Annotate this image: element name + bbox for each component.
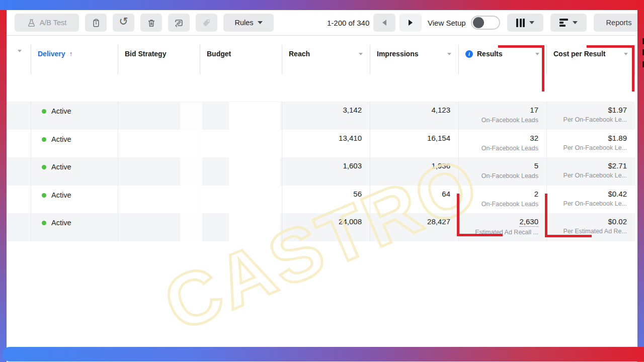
rules-label: Rules [234, 19, 253, 27]
table-row[interactable]: Active13,41016,15432On-Facebook Leads$1.… [7, 130, 635, 158]
undo-icon: ↺ [119, 16, 128, 27]
results-cell: 32On-Facebook Leads [458, 130, 546, 158]
delivery-status: Active [51, 191, 71, 199]
table-row[interactable]: Active24,00828,4272,630Estimated Ad Reca… [7, 213, 635, 241]
frame-left-gradient [0, 9, 7, 362]
chevron-down-icon [529, 21, 534, 24]
delivery-cell: Active [31, 186, 118, 214]
chevron-down-icon[interactable] [535, 53, 539, 55]
next-page-button[interactable] [399, 14, 422, 32]
active-status-dot-icon [42, 165, 46, 169]
frame-bottom-gradient-bar [3, 347, 644, 361]
reach-cell: 56 [282, 186, 370, 214]
reach-cell: 13,410 [282, 130, 370, 158]
active-status-dot-icon [42, 193, 46, 198]
impressions-cell: 64 [370, 186, 458, 214]
impressions-cell: 1,936 [370, 157, 458, 186]
results-cell: 5On-Facebook Leads [458, 157, 546, 186]
cost-cell: $2.71Per On-Facebook Le... [546, 157, 635, 186]
bid-strategy-blur-overlay [180, 102, 202, 241]
ab-test-label: A/B Test [40, 19, 67, 27]
cost-header-bracket-right [632, 45, 634, 92]
clipboard-icon [92, 18, 101, 28]
delivery-status: Active [51, 135, 71, 143]
info-icon[interactable]: i [465, 50, 473, 58]
view-setup-toggle[interactable] [471, 16, 500, 30]
ads-manager-window: A/B Test ↺ [0, 0, 644, 362]
results-cell: 17On-Facebook Leads [458, 102, 546, 130]
column-header-reach[interactable]: Reach [282, 36, 370, 74]
undo-button[interactable]: ↺ [113, 14, 134, 32]
table-row[interactable]: Active56642On-Facebook Leads$0.42Per On-… [7, 186, 635, 214]
delivery-cell: Active [31, 130, 118, 158]
breakdown-button[interactable] [550, 14, 587, 32]
column-header-bid-strategy[interactable]: Bid Strategy [118, 36, 200, 74]
pagination-range: 1-200 of 340 [327, 19, 373, 27]
reach-cell: 1,603 [282, 157, 370, 186]
flask-icon [27, 19, 36, 27]
table-row[interactable]: Active3,1424,12317On-Facebook Leads$1.97… [7, 102, 635, 130]
cost-header-bracket-top [587, 45, 634, 48]
select-all-header[interactable] [7, 36, 31, 74]
chevron-down-icon[interactable] [447, 53, 451, 55]
columns-button[interactable] [507, 14, 543, 32]
reach-cell: 24,008 [282, 213, 370, 241]
view-setup-label: View Setup [428, 19, 467, 27]
toolbar: A/B Test ↺ [7, 10, 644, 35]
ab-test-button[interactable]: A/B Test [15, 14, 79, 32]
chevron-down-icon [18, 50, 22, 52]
cost-cell: $1.97Per On-Facebook Le... [546, 102, 635, 130]
column-header-budget[interactable]: Budget [200, 36, 282, 74]
results-header-bracket-top [498, 45, 544, 48]
row-checkbox-cell[interactable] [7, 157, 31, 186]
active-status-dot-icon [42, 221, 46, 225]
reports-button[interactable]: Reports [594, 14, 644, 32]
active-status-dot-icon [42, 109, 46, 114]
previous-page-button[interactable] [373, 14, 395, 32]
active-status-dot-icon [42, 137, 46, 142]
row-checkbox-cell[interactable] [7, 130, 31, 158]
delivery-cell: Active [31, 213, 118, 241]
tag-icon [202, 18, 211, 28]
frame-top-gradient [0, 0, 644, 10]
budget-blur-overlay [229, 102, 280, 241]
table-row[interactable]: Active1,6031,9365On-Facebook Leads$2.71P… [7, 157, 635, 186]
impressions-cell: 16,154 [370, 130, 458, 158]
sort-ascending-icon: ↑ [69, 50, 72, 58]
duplicate-button[interactable] [85, 14, 107, 32]
delivery-cell: Active [31, 157, 118, 186]
chevron-down-icon[interactable] [624, 53, 628, 55]
column-header-results[interactable]: i Results [458, 36, 546, 74]
chevron-down-icon[interactable] [359, 53, 363, 55]
trash-icon [147, 18, 156, 28]
column-header-cost-per-result[interactable]: Cost per Result [546, 36, 635, 74]
results-header-bracket-right [542, 45, 544, 92]
rules-button[interactable]: Rules [223, 14, 274, 32]
impressions-header-label: Impressions [377, 50, 418, 58]
impressions-cell: 4,123 [370, 102, 458, 130]
results-cell: 2,630Estimated Ad Recall ... [458, 213, 546, 241]
columns-icon [516, 19, 525, 27]
row-checkbox-cell[interactable] [7, 102, 31, 130]
delivery-status: Active [51, 107, 71, 115]
reach-header-label: Reach [289, 50, 310, 58]
budget-header-label: Budget [207, 50, 231, 58]
chevron-down-icon [258, 21, 263, 24]
reports-label: Reports [606, 19, 632, 27]
table-header: Delivery ↑ Bid Strategy Budget Reach Imp… [7, 35, 635, 74]
cost-cell: $1.89Per On-Facebook Le... [546, 130, 635, 158]
chevron-down-icon [573, 21, 578, 24]
row-checkbox-cell[interactable] [7, 186, 31, 214]
row-checkbox-cell[interactable] [7, 213, 31, 241]
tag-button[interactable] [196, 14, 217, 32]
delete-button[interactable] [140, 14, 162, 32]
results-bottom-bracket-bottom [457, 234, 503, 236]
reach-cell: 3,142 [282, 102, 370, 130]
column-header-delivery[interactable]: Delivery ↑ [31, 36, 118, 74]
delivery-header-label: Delivery [38, 50, 65, 58]
swap-ad-button[interactable] [168, 14, 190, 32]
column-header-impressions[interactable]: Impressions [370, 36, 458, 74]
results-cell: 2On-Facebook Leads [458, 186, 546, 214]
results-header-label: Results [477, 50, 503, 58]
cost-bottom-bracket-bottom [545, 235, 592, 237]
